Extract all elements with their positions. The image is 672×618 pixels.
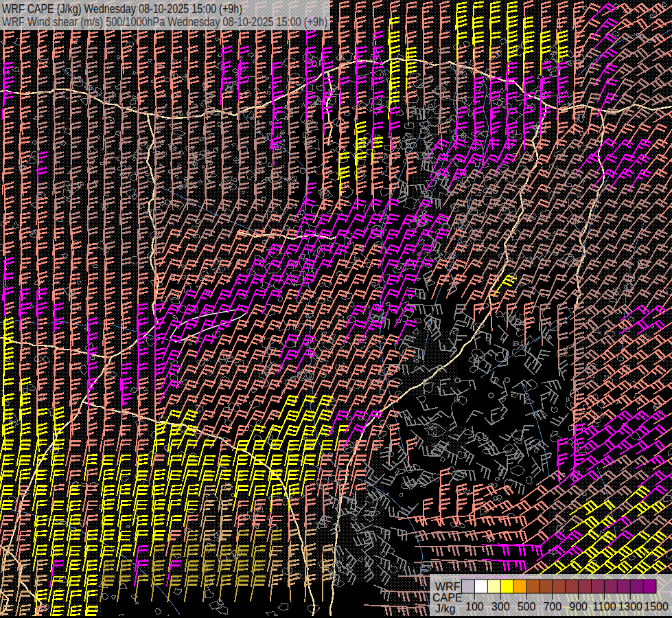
svg-text:300: 300 xyxy=(491,601,510,613)
svg-text:CAPE: CAPE xyxy=(432,592,463,604)
svg-text:100: 100 xyxy=(465,601,484,613)
svg-text:1100: 1100 xyxy=(592,601,616,613)
svg-text:WRF Wind shear (m/s) 500/1000h: WRF Wind shear (m/s) 500/1000hPa Wednesd… xyxy=(2,14,327,29)
svg-text:WRF CAPE (J/kg) Wednesday 08-1: WRF CAPE (J/kg) Wednesday 08-10-2025 15:… xyxy=(2,1,242,16)
svg-text:900: 900 xyxy=(569,601,588,613)
svg-text:500: 500 xyxy=(518,601,536,613)
svg-text:J/kg: J/kg xyxy=(435,603,455,615)
svg-text:1300: 1300 xyxy=(618,601,642,613)
svg-text:WRF: WRF xyxy=(435,581,461,593)
svg-text:700: 700 xyxy=(543,601,561,613)
svg-text:1500: 1500 xyxy=(644,601,669,613)
